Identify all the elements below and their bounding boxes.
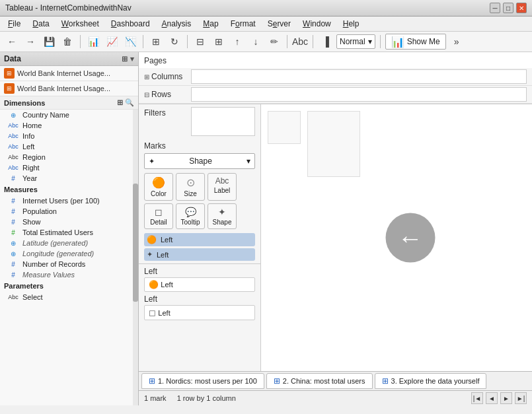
data-source-2[interactable]: ⊞ World Bank Internet Usage... xyxy=(0,81,138,96)
minimize-button[interactable]: ─ xyxy=(490,3,500,13)
dim-info[interactable]: Abc Info xyxy=(0,131,138,141)
param-select[interactable]: Abc Select xyxy=(0,292,138,302)
annotate-btn[interactable]: ✏ xyxy=(266,34,282,50)
abc-icon-left: Abc xyxy=(7,143,20,150)
menu-bar: File Data Worksheet Dashboard Analysis M… xyxy=(0,17,532,32)
dimensions-icons: ⊞ 🔍 xyxy=(117,98,134,107)
scrollbar-thumb[interactable] xyxy=(133,184,138,302)
shelf2-icon: ◻ xyxy=(149,308,156,318)
meas-num-records[interactable]: # Number of Records xyxy=(0,259,138,269)
shelf2-content[interactable]: ◻ Left xyxy=(144,305,255,320)
tab-3[interactable]: ⊞ 3. Explore the data yourself xyxy=(375,373,487,389)
back-arrow-button[interactable]: ← xyxy=(385,213,435,263)
manage-data-icon[interactable]: ▾ xyxy=(130,55,134,63)
meas-measure-values[interactable]: # Measure Values xyxy=(0,269,138,280)
hash-icon-show: # xyxy=(7,219,20,226)
nav-last-btn[interactable]: ►| xyxy=(515,392,527,404)
dim-grid-icon[interactable]: ⊞ xyxy=(117,98,123,107)
dim-right-label: Right xyxy=(22,164,40,172)
chart3-btn[interactable]: 📉 xyxy=(122,34,138,50)
menu-server[interactable]: Server xyxy=(262,18,296,30)
marks-field-shape-left[interactable]: ✦ Left xyxy=(144,248,255,261)
group-btn[interactable]: ⊞ xyxy=(211,34,227,50)
left-shelf-1: Left 🟠 Left xyxy=(144,267,255,292)
dim-info-label: Info xyxy=(22,132,34,140)
maximize-button[interactable]: □ xyxy=(503,3,513,13)
back-button[interactable]: ← xyxy=(4,34,20,50)
tab-2[interactable]: ⊞ 2. China: most total users xyxy=(266,373,373,389)
pages-shelf: Pages xyxy=(139,52,532,68)
drop-zone-2[interactable] xyxy=(307,111,360,177)
meas-latitude[interactable]: ⊕ Latitude (generated) xyxy=(0,238,138,248)
left-panel: Data ⊞ ▾ ⊞ World Bank Internet Usage... … xyxy=(0,52,139,405)
chart2-btn[interactable]: 📈 xyxy=(104,34,120,50)
menu-map[interactable]: Map xyxy=(198,18,223,30)
menu-format[interactable]: Format xyxy=(225,18,261,30)
bar-btn[interactable]: ▐ xyxy=(318,34,334,50)
measures-header: Measures xyxy=(0,184,138,195)
dim-country-name[interactable]: ⊕ Country Name xyxy=(0,110,138,120)
chart-btn[interactable]: 📊 xyxy=(85,34,101,50)
marks-type-dropdown[interactable]: ✦ Shape ▾ xyxy=(144,153,255,169)
marks-tooltip-btn[interactable]: 💬 Tooltip xyxy=(176,203,205,229)
ds-label-1: World Bank Internet Usage... xyxy=(17,69,110,77)
show-me-button[interactable]: 📊 Show Me xyxy=(385,34,446,50)
filters-content[interactable] xyxy=(191,107,255,136)
menu-data[interactable]: Data xyxy=(27,18,54,30)
left-panel-scrollbar[interactable] xyxy=(133,110,138,405)
marks-color-btn[interactable]: 🟠 Color xyxy=(144,173,173,201)
text-btn[interactable]: Abc xyxy=(292,34,308,50)
abc-icon-right: Abc xyxy=(7,164,20,171)
show-me-expand[interactable]: » xyxy=(449,34,465,50)
close-button[interactable]: ✕ xyxy=(516,3,527,13)
meas-show[interactable]: # Show xyxy=(0,217,138,227)
menu-window[interactable]: Window xyxy=(297,18,336,30)
normal-dropdown[interactable]: Normal ▾ xyxy=(336,34,375,49)
marks-buttons: 🟠 Color ⊙ Size Abc Label xyxy=(144,173,255,201)
drop-zone-1[interactable] xyxy=(268,111,301,144)
dim-right[interactable]: Abc Right xyxy=(0,162,138,173)
add-data-icon[interactable]: ⊞ xyxy=(122,55,128,63)
dimensions-label: Dimensions xyxy=(4,99,45,107)
menu-worksheet[interactable]: Worksheet xyxy=(56,18,104,30)
tab-1[interactable]: ⊞ 1. Nordics: most users per 100 xyxy=(141,373,264,389)
meas-population[interactable]: # Population xyxy=(0,206,138,217)
menu-dashboard[interactable]: Dashboard xyxy=(106,18,155,30)
globe-icon: ⊕ xyxy=(7,112,20,119)
marks-shape-btn[interactable]: ✦ Shape xyxy=(208,203,237,229)
dim-home[interactable]: Abc Home xyxy=(0,120,138,131)
forward-button[interactable]: → xyxy=(22,34,38,50)
save-button[interactable]: 💾 xyxy=(41,34,57,50)
meas-longitude[interactable]: ⊕ Longitude (generated) xyxy=(0,248,138,259)
meas-lon-label: Longitude (generated) xyxy=(22,250,94,258)
meas-internet-users[interactable]: # Internet Users (per 100) xyxy=(0,195,138,206)
globe-icon-lon: ⊕ xyxy=(7,250,20,258)
sort-desc-btn[interactable]: ↓ xyxy=(248,34,264,50)
delete-button[interactable]: 🗑 xyxy=(59,34,75,50)
nav-first-btn[interactable]: |◄ xyxy=(471,392,483,404)
nav-prev-btn[interactable]: ◄ xyxy=(486,392,498,404)
dim-search-icon[interactable]: 🔍 xyxy=(125,98,134,107)
menu-file[interactable]: File xyxy=(3,18,26,30)
sort-asc-btn[interactable]: ↑ xyxy=(229,34,245,50)
marks-field-color-left[interactable]: 🟠 Left xyxy=(144,233,255,246)
separator-1 xyxy=(80,35,81,48)
dim-region[interactable]: Abc Region xyxy=(0,152,138,162)
dim-left[interactable]: Abc Left xyxy=(0,141,138,152)
rows-content[interactable] xyxy=(191,87,527,102)
columns-content[interactable] xyxy=(191,69,527,84)
meas-total-est[interactable]: # Total Estimated Users xyxy=(0,227,138,238)
filter-btn[interactable]: ⊟ xyxy=(192,34,208,50)
menu-analysis[interactable]: Analysis xyxy=(157,18,197,30)
marks-detail-btn[interactable]: ◻ Detail xyxy=(144,203,173,229)
shelf1-content[interactable]: 🟠 Left xyxy=(144,277,255,292)
data-source-1[interactable]: ⊞ World Bank Internet Usage... xyxy=(0,66,138,81)
refresh-btn[interactable]: ↻ xyxy=(167,34,182,50)
grid-btn[interactable]: ⊞ xyxy=(148,34,164,50)
nav-next-btn[interactable]: ► xyxy=(500,392,512,404)
marks-color-icon: 🟠 xyxy=(147,235,157,244)
menu-help[interactable]: Help xyxy=(338,18,365,30)
dim-year[interactable]: # Year xyxy=(0,173,138,184)
marks-size-btn[interactable]: ⊙ Size xyxy=(176,173,205,201)
marks-label-btn[interactable]: Abc Label xyxy=(208,173,237,201)
